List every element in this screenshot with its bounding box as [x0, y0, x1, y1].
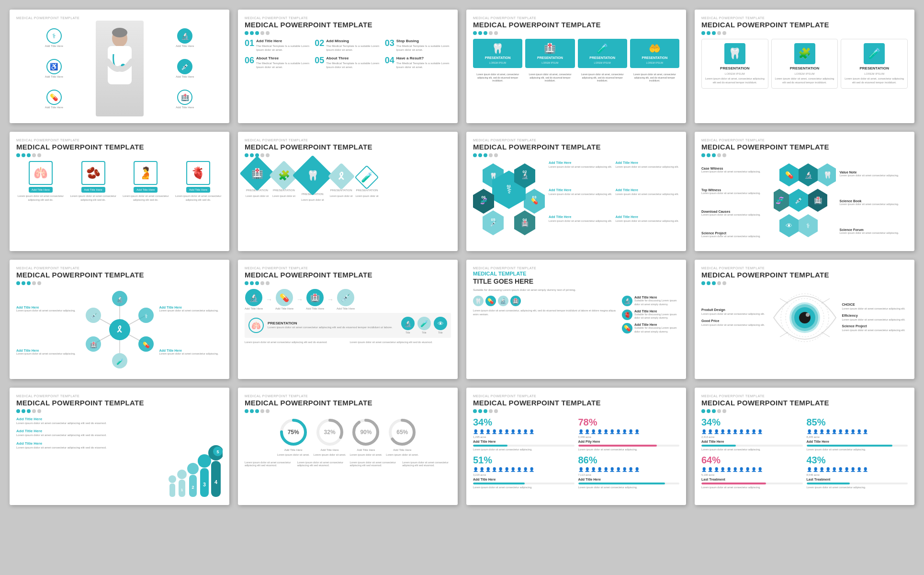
step-3: 03 Stop Busing The Medical Template Is a…: [385, 39, 451, 52]
slide-5-dots: [16, 153, 223, 157]
svg-text:⚕: ⚕: [806, 222, 810, 230]
stomach-icon: 🫄: [134, 161, 158, 185]
slide-6-dots: [245, 153, 451, 157]
rot-inner-5: 🧪: [361, 172, 373, 183]
bar-78: [578, 445, 680, 447]
slide-4-dots: [701, 31, 908, 35]
rot-col-3: 🦷 PRESENTATION Lorem ipsum dolor sit: [298, 161, 327, 201]
svg-line-68: [780, 332, 788, 337]
hands-icon: 🤲: [649, 43, 661, 54]
slide-9-dots: [16, 281, 223, 285]
slide-6-title: MEDICAL POWERPOINT TEMPLATE: [245, 143, 451, 151]
progress-circles-row: 75% Add Title Here Lorem ipsum dolor sit…: [245, 418, 451, 456]
steps-container: 01 Add Title Here The Medical Template I…: [245, 39, 451, 69]
rot-inner-1: 🏥: [251, 168, 263, 179]
sub-proc-2: 🧪 Title: [417, 317, 431, 334]
svg-text:🧬: 🧬: [775, 196, 784, 205]
slide-15-dots: [473, 409, 679, 413]
step-2: 02 Add Missing The Medical Template Is a…: [315, 39, 381, 52]
slide-15: MEDICAL POWERPOINT TEMPLATE MEDICAL POWE…: [466, 388, 686, 505]
doctor-image: [96, 21, 144, 116]
slide-12-title: MEDICAL POWERPOINT TEMPLATE: [701, 271, 908, 279]
rot-icon-3: 🦷: [292, 155, 333, 196]
slide-12: MEDICAL POWERPOINT TEMPLATE MEDICAL POWE…: [695, 260, 914, 379]
rot-icon-4: 🎗: [327, 163, 355, 190]
slide-2-title: MEDICAL POWERPOINT TEMPLATE: [245, 21, 451, 29]
icon-circle-5: 💉: [177, 59, 192, 74]
slide-11: MEDICAL POWERPOINT TEMPLATE MEDICAL TEMP…: [466, 260, 686, 379]
svg-text:01: 01: [507, 184, 511, 188]
eye-item-4: Efficiency Lorem ipsum dolor sit amet co…: [842, 314, 908, 322]
slide-2-dots: [245, 31, 451, 35]
dot-1: [245, 31, 248, 35]
icon-box-3: 💊 Add Title Here: [16, 90, 92, 109]
honey-label-6: Science Book Lorem ipsum dolor sit amet …: [840, 199, 908, 207]
svg-text:🔬: 🔬: [116, 296, 123, 303]
rot-inner-3: 🦷: [306, 170, 318, 181]
svg-text:05: 05: [491, 218, 496, 222]
sub-proc-3: 👁 Title: [434, 317, 447, 334]
eye-item-3: CHOICE Lorem ipsum dolor sit amet consec…: [842, 303, 908, 311]
slide-3-title: MEDICAL POWERPOINT TEMPLATE: [473, 21, 679, 29]
slide-8-title: MEDICAL POWERPOINT TEMPLATE: [701, 143, 908, 151]
teal-boxes: 🦷 PRESENTATION LOREM IPSUM 🏥 PRESENTATIO…: [473, 39, 679, 68]
med-point-3: 💊 Add Title Here Suitable for discussing…: [622, 323, 679, 334]
flask-icon: 🧪: [597, 43, 608, 54]
slide-16-dots: [701, 409, 908, 413]
prog-75: 75% Add Title Here Lorem ipsum dolor sit…: [277, 418, 310, 456]
slide-13-title: MEDICAL POWERPOINT TEMPLATE: [16, 399, 223, 407]
slide-6-label: MEDICAL POWERPOINT TEMPLATE: [245, 138, 451, 142]
prog-ring-65: 65%: [388, 418, 417, 447]
svg-text:🏥: 🏥: [90, 341, 97, 348]
slide-3-label: MEDICAL POWERPOINT TEMPLATE: [473, 16, 679, 20]
icon-box-1: ⚕ Add Title Here: [16, 28, 92, 47]
net-labels-right: Add Title Here Lorem ipsum dolor sit ame…: [159, 289, 223, 372]
slide-8-label: MEDICAL POWERPOINT TEMPLATE: [701, 138, 908, 142]
hex-label-4: Add Title Here Lorem ipsum dolor sit ame…: [616, 188, 680, 213]
slide-16-label: MEDICAL POWERPOINT TEMPLATE: [701, 394, 908, 398]
svg-rect-72: [169, 483, 175, 497]
bar-86: [578, 483, 680, 484]
hex-label-2: Add Title Here Lorem ipsum dolor sit ame…: [616, 161, 680, 185]
icon-circle-1: ⚕: [46, 28, 62, 44]
slide-14-dots: [245, 409, 451, 413]
icon-box-5: 💉 Add Title Here: [147, 59, 223, 78]
rot-col-1: 🏥 PRESENTATION Lorem ipsum dolor sit: [245, 161, 270, 201]
step-4: 06 About Three The Medical Template Is a…: [245, 56, 311, 69]
svg-point-64: [806, 313, 810, 317]
rot-col-4: 🎗 PRESENTATION Lorem ipsum dolor sit: [330, 161, 353, 201]
prog-ring-75: 75%: [279, 418, 308, 447]
med-circle-2: 🫀: [622, 310, 632, 320]
stat-34: 34% 👤 👤 👤 👤 👤 👤 👤 👤 👤 👤 1,295 acne Add T…: [473, 417, 575, 451]
honeycomb-svg: 💊 🔬 🦷 🧬 💉 🏥 👁 ⚕: [774, 161, 836, 244]
slide-14: MEDICAL POWERPOINT TEMPLATE MEDICAL POWE…: [238, 388, 458, 505]
bar-34: [473, 445, 575, 447]
teal-box-4: 🤲 PRESENTATION LOREM IPSUM: [630, 39, 679, 68]
dot-3: [255, 31, 259, 35]
dot-4: [260, 31, 264, 35]
slide-11-desc: Suitable for discussing Lorem ipsum dolo…: [473, 288, 679, 292]
medical-template-badge: MEDICAL TEMPLATE: [473, 271, 679, 276]
svg-text:3: 3: [203, 482, 206, 487]
rot-col-5: 🧪 PRESENTATION Lorem ipsum dolor sit: [356, 161, 379, 201]
sub-circle-1: 🔬: [401, 317, 415, 330]
network-layout: Add Title Here Lorem ipsum dolor sit ame…: [16, 289, 223, 372]
lungs-icon: 🫁: [29, 161, 53, 185]
slide-6: MEDICAL POWERPOINT TEMPLATE MEDICAL POWE…: [238, 132, 458, 251]
eye-labels-left: Produit Design Lorem ipsum dolor sit ame…: [701, 289, 767, 346]
proc-4: 💉 Add Title Here: [337, 289, 355, 310]
proc-2: 💊 Add Title Here: [275, 289, 293, 310]
slide-13: MEDICAL POWERPOINT TEMPLATE MEDICAL POWE…: [10, 388, 229, 505]
honey-right-labels: Value Note Lorem ipsum dolor sit amet co…: [840, 161, 908, 244]
rot-inner-4: 🎗: [337, 171, 346, 182]
honey-label-7: Science Forum Lorem ipsum dolor sit amet…: [840, 228, 908, 235]
teal-box-3: 🧪 PRESENTATION LOREM IPSUM: [578, 39, 627, 68]
people-figures-area: 1 2 3 4 5: [165, 417, 223, 498]
icon-row-5: 👤 👤 👤 👤 👤 👤 👤 👤 👤 👤: [701, 429, 803, 434]
rot-icon-5: 🧪: [355, 165, 379, 190]
hex-label-3: Add Title Here Lorem ipsum dolor sit ame…: [549, 188, 613, 213]
icon-row-3: 👤 👤 👤 👤 👤 👤 👤 👤 👤 👤: [473, 467, 575, 472]
presentation-icon: 🫁: [248, 318, 264, 333]
svg-text:1: 1: [181, 488, 183, 492]
prog-32: 32% Add Title Here Lorem ipsum dolor sit…: [314, 418, 346, 456]
